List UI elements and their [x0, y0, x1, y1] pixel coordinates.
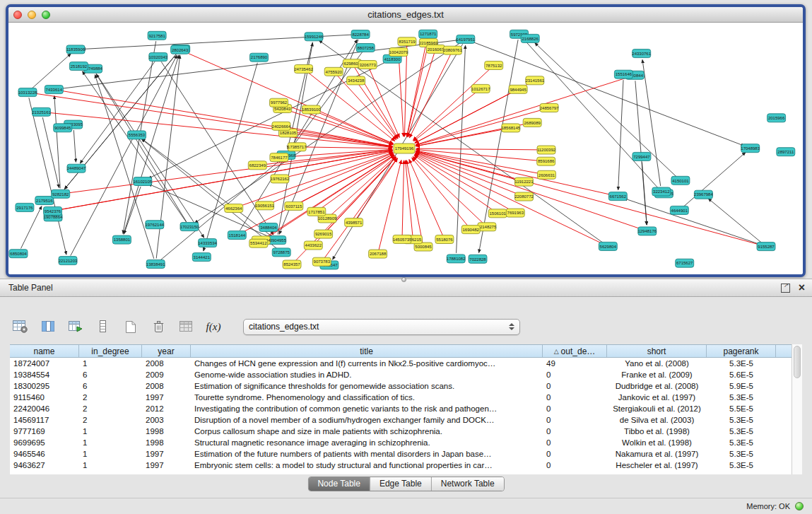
graph-node[interactable]: 4644901 [670, 206, 688, 214]
graph-node[interactable]: 17385717 [288, 143, 307, 151]
graph-node[interactable]: 2917176 [16, 203, 34, 211]
close-panel-icon[interactable]: × [799, 283, 805, 293]
table-settings-button[interactable] [11, 317, 30, 336]
graph-node[interactable]: 4433622 [304, 241, 322, 250]
graph-node[interactable]: 6822349 [248, 161, 266, 170]
graph-node[interactable]: 22121203 [59, 257, 78, 265]
graph-node[interactable]: 2802643 [171, 45, 189, 54]
graph-node[interactable]: 6715627 [676, 259, 694, 267]
graph-node[interactable]: 2168826 [521, 34, 539, 42]
graph-node[interactable]: 14333534 [198, 239, 217, 247]
graph-node[interactable]: 2689089 [523, 118, 541, 127]
graph-node[interactable]: 9844945 [509, 85, 527, 93]
graph-node[interactable]: 1506101 [488, 209, 507, 218]
graph-node[interactable]: 17881082 [447, 255, 466, 263]
table-row[interactable]: 1456911722003Disruption of a novel membe… [10, 414, 802, 426]
graph-node[interactable]: 2179516 [35, 197, 54, 205]
graph-node[interactable]: 23967984 [694, 190, 713, 199]
graph-node[interactable]: 24856797 [540, 104, 559, 112]
graph-node[interactable]: 11835906 [66, 45, 86, 54]
graph-node[interactable]: 7022828 [469, 255, 487, 263]
table-row[interactable]: 946554611997Estimation of the future num… [10, 448, 802, 460]
graph-node[interactable]: 17023150 [180, 223, 199, 231]
graph-node[interactable]: 16102105 [133, 177, 152, 186]
table-row[interactable]: 946362711997Embryonic stem cells: a mode… [10, 460, 802, 471]
graph-node[interactable]: 24026664 [272, 122, 291, 130]
graph-node[interactable]: 14197951 [456, 35, 475, 43]
column-header-pagerank[interactable]: pagerank [707, 345, 776, 357]
tab-node-table[interactable]: Node Table [308, 477, 370, 491]
graph-node[interactable]: 1551646 [614, 70, 632, 78]
graph-node[interactable]: 2897211 [777, 148, 795, 156]
graph-node[interactable]: 2067188 [369, 250, 387, 258]
graph-node[interactable]: 14505735 [393, 235, 412, 243]
scrollbar-thumb[interactable] [794, 346, 801, 378]
graph-node[interactable]: 2606631 [538, 170, 556, 179]
graph-node[interactable]: 6037115 [285, 201, 303, 210]
graph-node[interactable]: 21325161 [32, 107, 51, 116]
graph-node[interactable]: 2015966 [767, 114, 786, 122]
graph-node[interactable]: 1271871 [419, 30, 437, 38]
graph-node[interactable]: 12948176 [637, 227, 657, 235]
column-header-title[interactable]: title [191, 345, 543, 357]
table-row[interactable]: 969969511998Structural magnetic resonanc… [10, 437, 802, 448]
window-titlebar[interactable]: citations_edges.txt [8, 7, 803, 23]
graph-node[interactable]: 2016067 [426, 45, 445, 53]
table-row[interactable]: 1938455462009Genome-wide association stu… [10, 369, 802, 380]
graph-node[interactable]: 5518076 [435, 235, 454, 244]
graph-node[interactable]: 4662364 [225, 204, 243, 213]
graph-node[interactable]: 9282182 [52, 189, 70, 198]
table-row[interactable]: 911546021997Tourette syndrome. Phenomeno… [10, 392, 802, 403]
graph-node[interactable]: 3223412 [652, 187, 671, 196]
graph-node[interactable]: 22080772 [514, 192, 534, 201]
graph-node[interactable]: 1358801 [112, 235, 131, 244]
graph-node[interactable]: 8351719 [398, 37, 416, 46]
graph-node[interactable]: 9977962 [270, 98, 288, 107]
panel-splitter-handle[interactable] [401, 277, 406, 282]
table-row[interactable]: 1830029562008Estimation of significance … [10, 380, 802, 392]
graph-node[interactable]: 11912221 [514, 177, 534, 186]
graph-node[interactable]: 9073783 [312, 257, 331, 266]
graph-node[interactable]: 12148275 [478, 223, 497, 231]
row-tools-button[interactable] [94, 317, 112, 336]
graph-node[interactable]: 8807258 [356, 44, 375, 52]
graph-node[interactable]: 3488404 [259, 223, 278, 232]
graph-node[interactable]: 17048983 [741, 144, 760, 153]
graph-node[interactable]: 4398571 [345, 218, 363, 227]
graph-node[interactable]: 3144421 [192, 253, 211, 262]
table-vertical-scrollbar[interactable] [792, 344, 802, 474]
graph-node[interactable]: 9728875 [272, 248, 290, 257]
graph-node[interactable]: 10313228 [18, 88, 37, 97]
graph-node[interactable]: 9155287 [757, 243, 775, 251]
graph-node[interactable]: 15991246 [305, 33, 324, 41]
graph-node[interactable]: 1717851 [307, 207, 326, 216]
graph-node[interactable]: 3434238 [347, 76, 365, 85]
delete-table-button[interactable] [149, 317, 167, 336]
graph-node[interactable]: 2518192 [69, 62, 88, 71]
graph-node[interactable]: 5556353 [128, 131, 146, 139]
graph-node[interactable]: 9269015 [314, 230, 333, 238]
graph-node[interactable]: 13838491 [146, 260, 165, 269]
table-row[interactable]: 1872400712008Changes of HCN gene express… [10, 358, 802, 369]
graph-node[interactable]: 4150101 [671, 176, 690, 185]
import-table-button[interactable] [66, 317, 85, 336]
graph-node[interactable]: 19762162 [271, 175, 290, 183]
network-canvas[interactable]: 1031322829171761907886423833095217951692… [8, 23, 803, 274]
table-row[interactable]: 2242004622012Investigating the contribut… [10, 403, 802, 414]
column-header-in_degree[interactable]: in_degree [79, 345, 142, 357]
graph-node[interactable]: 1690482 [461, 226, 480, 234]
graph-node[interactable]: 10320343 [148, 53, 167, 62]
graph-node[interactable]: 6671562 [608, 192, 627, 201]
graph-node[interactable]: 10042079 [389, 48, 408, 57]
graph-node[interactable]: 10126717 [471, 84, 490, 93]
function-builder-button[interactable]: f(x) [204, 317, 223, 336]
graph-node[interactable]: 19762144 [145, 221, 164, 229]
graph-node[interactable]: 24735462 [294, 65, 313, 74]
graph-node[interactable]: 9217581 [148, 31, 166, 40]
graph-node[interactable]: 18568145 [501, 124, 520, 132]
graph-node[interactable]: 7299447 [632, 152, 651, 160]
graph-node[interactable]: 7433614 [45, 86, 63, 94]
graph-node[interactable]: 24330761 [632, 49, 651, 58]
graph-node[interactable]: 7846177 [270, 153, 288, 162]
graph-node[interactable]: 23141561 [525, 76, 544, 85]
